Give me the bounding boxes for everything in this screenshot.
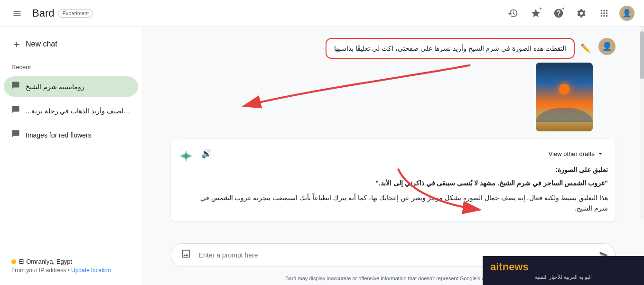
- watermark-brand-part1: ait: [490, 261, 503, 273]
- bard-message-header: 🔊 View other drafts: [199, 147, 608, 161]
- settings-button[interactable]: [572, 4, 591, 23]
- location-label: El Omraniya, Egypt: [11, 258, 131, 265]
- user-avatar-chat: 👤: [598, 38, 616, 55]
- history-button[interactable]: [504, 4, 523, 23]
- watermark-subtitle: البوابة العربية للأخبار التقنية: [490, 274, 636, 280]
- help-notification: [561, 7, 565, 10]
- edit-message-button[interactable]: ✏️: [579, 41, 593, 55]
- user-avatar-button[interactable]: 👤: [617, 4, 636, 23]
- nav-right: 👤: [504, 4, 636, 23]
- sound-button[interactable]: 🔊: [199, 147, 214, 161]
- avatar: 👤: [619, 6, 635, 21]
- nav-left: Bard Experiment: [8, 4, 93, 23]
- sidebar-item-1[interactable]: رومانسية شرم الشيخ: [4, 76, 138, 97]
- sidebar-item-text-3: Images for red flowers: [26, 131, 131, 139]
- sidebar-item-2[interactable]: ...التنوع في الصيف وأريد الذهاب في رحلة …: [4, 101, 138, 121]
- user-message-text: التقطت هذه الصورة في شرم الشيخ وأريد نشر…: [334, 45, 566, 52]
- view-drafts-label: View other drafts: [549, 150, 595, 157]
- bard-message-content: 🔊 View other drafts تعليق على الصورة: "غ…: [199, 147, 608, 214]
- watermark-title: aitnews: [490, 261, 636, 273]
- location-text: El Omraniya, Egypt: [19, 258, 72, 265]
- sidebar-item-text-2: ...التنوع في الصيف وأريد الذهاب في رحلة …: [26, 107, 131, 115]
- location-links: From your IP address • Update location: [11, 267, 131, 274]
- app-logo: Bard Experiment: [32, 7, 93, 19]
- view-drafts-button[interactable]: View other drafts: [545, 148, 608, 159]
- main-layout: ＋ New chat Recent رومانسية شرم الشيخ ...…: [0, 27, 644, 285]
- help-button[interactable]: [549, 4, 568, 23]
- user-message: التقطت هذه الصورة في شرم الشيخ وأريد نشر…: [171, 38, 616, 131]
- bard-quote: "غروب الشمس الساحر في شرم الشيخ. مشهد لا…: [199, 178, 608, 188]
- experiment-badge: Experiment: [58, 9, 93, 18]
- sidebar-item-text-1: رومانسية شرم الشيخ: [26, 83, 131, 91]
- beach-photo: [536, 63, 593, 131]
- user-message-content: التقطت هذه الصورة في شرم الشيخ وأريد نشر…: [326, 38, 593, 131]
- beach-image-container: [536, 63, 593, 131]
- apps-button[interactable]: [595, 4, 614, 23]
- location-dot: [11, 259, 16, 264]
- image-upload-button[interactable]: [179, 247, 193, 264]
- user-bubble: التقطت هذه الصورة في شرم الشيخ وأريد نشر…: [326, 38, 575, 59]
- bard-label: تعليق على الصورة:: [199, 165, 608, 175]
- sidebar-item-3[interactable]: Images for red flowers: [4, 125, 138, 145]
- chat-icon-2: [11, 105, 20, 116]
- ip-label: From your IP address: [11, 267, 66, 274]
- bard-message: 🔊 View other drafts تعليق على الصورة: "غ…: [171, 139, 616, 221]
- new-chat-button[interactable]: ＋ New chat: [4, 32, 138, 56]
- chat-icon-3: [11, 129, 20, 140]
- app-title: Bard: [32, 7, 54, 19]
- watermark: aitnews البوابة العربية للأخبار التقنية: [483, 256, 644, 285]
- starred-button[interactable]: [526, 4, 545, 23]
- recent-label: Recent: [4, 60, 138, 73]
- sidebar: ＋ New chat Recent رومانسية شرم الشيخ ...…: [0, 27, 142, 285]
- bard-description: هذا التعليق بسيط ولكنه فعال، إنه يصف جما…: [199, 193, 608, 214]
- menu-button[interactable]: [8, 4, 27, 23]
- chat-icon-1: [11, 81, 20, 92]
- bard-sparkle-icon: [178, 148, 194, 164]
- plus-icon: ＋: [11, 37, 22, 51]
- chat-messages: التقطت هذه الصورة في شرم الشيخ وأريد نشر…: [142, 27, 644, 238]
- top-navigation: Bard Experiment: [0, 0, 644, 27]
- sun-in-image: [559, 84, 569, 94]
- update-location-link[interactable]: Update location: [71, 267, 111, 274]
- new-chat-label: New chat: [26, 40, 57, 48]
- bard-response-text: تعليق على الصورة: "غروب الشمس الساحر في …: [199, 165, 608, 214]
- sidebar-footer: El Omraniya, Egypt From your IP address …: [4, 252, 138, 279]
- starred-notification: [539, 7, 542, 10]
- watermark-brand-part2: news: [503, 261, 529, 273]
- chat-area: التقطت هذه الصورة في شرم الشيخ وأريد نشر…: [142, 27, 644, 285]
